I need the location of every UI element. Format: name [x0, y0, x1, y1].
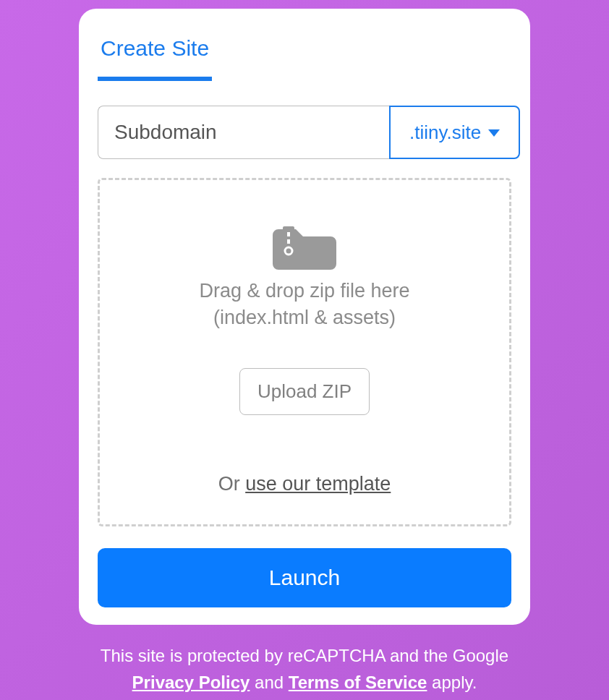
- template-or-prefix: Or: [218, 473, 246, 495]
- upload-zip-button[interactable]: Upload ZIP: [239, 368, 370, 415]
- create-site-card: Create Site .tiiny.site Drag & drop zip …: [79, 9, 530, 625]
- zip-folder-icon: [271, 219, 338, 270]
- recaptcha-footer: This site is protected by reCAPTCHA and …: [79, 642, 530, 696]
- terms-of-service-link[interactable]: Terms of Service: [289, 673, 427, 692]
- domain-row: .tiiny.site: [98, 106, 511, 159]
- footer-line1: This site is protected by reCAPTCHA and …: [101, 646, 508, 665]
- svg-rect-2: [287, 239, 290, 244]
- upload-dropzone[interactable]: Drag & drop zip file here (index.html & …: [98, 178, 511, 526]
- svg-rect-1: [287, 232, 290, 236]
- privacy-policy-link[interactable]: Privacy Policy: [132, 673, 250, 692]
- domain-suffix-label: .tiiny.site: [409, 121, 481, 144]
- template-line: Or use our template: [218, 473, 391, 495]
- tab-create-site[interactable]: Create Site: [98, 26, 212, 81]
- dropzone-text-line1: Drag & drop zip file here: [199, 280, 409, 302]
- footer-middle: and: [250, 673, 288, 692]
- dropzone-text-line2: (index.html & assets): [213, 307, 396, 329]
- subdomain-input[interactable]: [98, 106, 389, 159]
- footer-suffix: apply.: [427, 673, 477, 692]
- launch-button[interactable]: Launch: [98, 548, 511, 607]
- chevron-down-icon: [488, 129, 500, 137]
- use-template-link[interactable]: use our template: [245, 473, 391, 495]
- tabs: Create Site: [98, 26, 511, 81]
- domain-suffix-select[interactable]: .tiiny.site: [389, 106, 520, 159]
